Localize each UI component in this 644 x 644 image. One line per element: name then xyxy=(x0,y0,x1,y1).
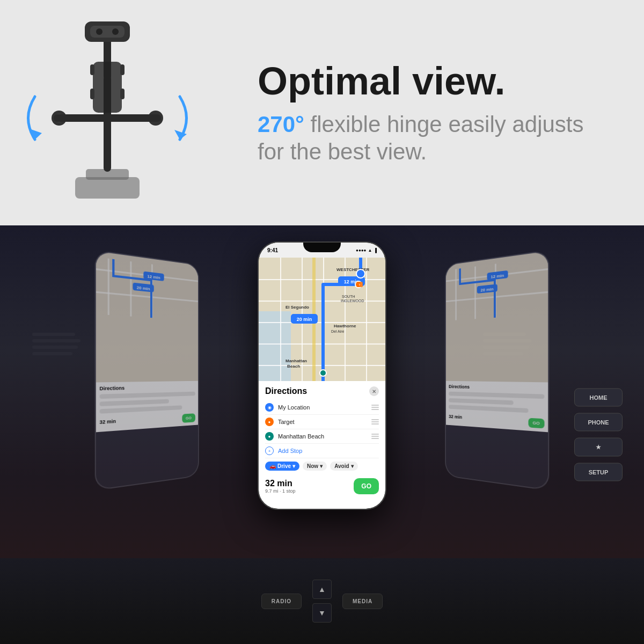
ghost-map-right-svg: 12 min 20 min xyxy=(446,251,548,326)
mode-row: 🚗 Drive ▾ Now ▾ Avoid ▾ xyxy=(265,458,379,474)
svg-text:Manhattan: Manhattan xyxy=(286,358,307,363)
go-button[interactable]: GO xyxy=(354,478,379,494)
notch xyxy=(303,243,341,252)
bottom-section: 12 min 20 min Directions 32 min GO xyxy=(0,225,644,644)
avoid-label: Avoid xyxy=(334,463,349,469)
drag-handle-location[interactable] xyxy=(371,405,379,410)
svg-rect-30 xyxy=(455,269,457,320)
text-area: Optimal view. 270° flexible hinge easily… xyxy=(225,39,644,187)
summary-time: 32 min xyxy=(265,479,296,488)
drive-mode-pill[interactable]: 🚗 Drive ▾ xyxy=(265,462,299,471)
ghost-map-svg: 12 min 20 min xyxy=(96,251,198,326)
location-label: My Location xyxy=(278,404,367,411)
now-label: Now xyxy=(307,463,318,469)
svg-rect-46 xyxy=(280,258,281,381)
map-area: 12 min 20 min WESTCHESTER SOUTH INGLEWOO… xyxy=(259,258,385,381)
drive-label: Drive xyxy=(277,463,291,469)
drag-handle-manhattan[interactable] xyxy=(371,434,379,439)
summary-distance: 9.7 mi · 1 stop xyxy=(265,488,296,494)
bottom-controls: RADIO ▲ ▼ MEDIA xyxy=(0,558,644,644)
svg-rect-16 xyxy=(120,89,125,99)
chevron-drive: ▾ xyxy=(292,463,295,469)
product-image-area xyxy=(0,0,225,225)
svg-rect-40 xyxy=(259,311,291,381)
svg-rect-50 xyxy=(366,258,367,381)
svg-point-10 xyxy=(96,28,103,35)
manhattan-label: Manhattan Beach xyxy=(278,433,367,440)
arrow-controls: ▲ ▼ xyxy=(312,580,332,623)
svg-rect-6 xyxy=(54,114,161,122)
direction-item-location[interactable]: ◉ My Location xyxy=(265,400,379,415)
svg-rect-21 xyxy=(130,261,131,317)
home-button[interactable]: HOME xyxy=(574,389,623,407)
svg-point-66 xyxy=(320,370,326,376)
status-bar: 9:41 ●●●● ▲ ▐ xyxy=(259,243,385,258)
ghost-phone-right: 12 min 20 min Directions 32 min GO xyxy=(445,250,549,491)
svg-rect-9 xyxy=(90,26,125,38)
svg-text:INGLEWOOD: INGLEWOOD xyxy=(341,299,364,303)
directions-panel: Directions ✕ ◉ My Location ● Target xyxy=(259,381,385,501)
down-arrow[interactable]: ▼ xyxy=(312,603,332,623)
svg-rect-14 xyxy=(120,64,125,75)
svg-rect-15 xyxy=(90,89,94,99)
summary-info: 32 min 9.7 mi · 1 stop xyxy=(265,479,296,494)
up-arrow[interactable]: ▲ xyxy=(312,580,332,599)
svg-text:El Segundo: El Segundo xyxy=(286,305,309,310)
signal-icon: ●●●● xyxy=(356,248,366,253)
drag-handle-target[interactable] xyxy=(371,419,379,425)
directions-header: Directions ✕ xyxy=(265,386,379,396)
svg-point-64 xyxy=(356,269,365,278)
target-label: Target xyxy=(278,419,367,425)
phone-screen: 9:41 ●●●● ▲ ▐ xyxy=(259,243,385,509)
svg-rect-12 xyxy=(93,62,122,113)
add-stop-icon: + xyxy=(265,447,274,455)
avoid-pill[interactable]: Avoid ▾ xyxy=(330,462,357,471)
svg-rect-13 xyxy=(90,64,94,75)
subheadline-rest: flexible hinge easily adjusts for the be… xyxy=(258,112,584,164)
car-icon: 🚗 xyxy=(269,463,276,469)
directions-title: Directions xyxy=(265,386,307,396)
svg-point-11 xyxy=(112,28,119,35)
svg-text:Del Aire: Del Aire xyxy=(331,330,345,333)
setup-button[interactable]: SETUP xyxy=(574,463,623,481)
headline: Optimal view. xyxy=(258,60,612,103)
svg-text:SOUTH: SOUTH xyxy=(342,295,355,298)
add-stop-label: Add Stop xyxy=(278,448,302,454)
direction-item-add-stop[interactable]: + Add Stop xyxy=(265,444,379,458)
radio-button[interactable]: RADIO xyxy=(261,594,302,609)
svg-text:Beach: Beach xyxy=(287,364,300,369)
ghost-directions-left: Directions 32 min GO xyxy=(96,381,198,433)
manhattan-icon: ● xyxy=(265,432,274,441)
phone-button[interactable]: PHONE xyxy=(574,413,623,431)
svg-rect-20 xyxy=(108,258,109,315)
highlight-text: 270° xyxy=(258,112,304,137)
wifi-icon: ▲ xyxy=(368,248,372,253)
direction-item-target[interactable]: ● Target xyxy=(265,415,379,429)
location-icon: ◉ xyxy=(265,403,274,412)
svg-text:Hawthorne: Hawthorne xyxy=(334,324,356,328)
ghost-directions-right: Directions 32 min GO xyxy=(446,381,548,433)
top-section: Optimal view. 270° flexible hinge easily… xyxy=(0,0,644,225)
chevron-avoid: ▾ xyxy=(351,463,354,469)
mount-svg xyxy=(5,11,209,215)
map-svg: 12 min 20 min WESTCHESTER SOUTH INGLEWOO… xyxy=(259,258,385,381)
close-button[interactable]: ✕ xyxy=(369,386,379,396)
left-vents xyxy=(32,333,86,355)
ghost-phone-left: 12 min 20 min Directions 32 min GO xyxy=(95,250,199,491)
svg-text:T: T xyxy=(358,283,361,287)
svg-rect-49 xyxy=(345,258,346,381)
svg-rect-0 xyxy=(75,177,140,199)
main-phone: 9:41 ●●●● ▲ ▐ xyxy=(258,241,386,510)
svg-rect-31 xyxy=(474,266,476,319)
media-button[interactable]: MEDIA xyxy=(342,594,383,609)
direction-item-manhattan[interactable]: ● Manhattan Beach xyxy=(265,429,379,444)
right-panel: HOME PHONE ★ SETUP xyxy=(574,389,623,481)
status-time: 9:41 xyxy=(267,247,278,253)
status-icons: ●●●● ▲ ▐ xyxy=(356,248,377,253)
ghost-map-right: 12 min 20 min xyxy=(446,251,548,382)
subheadline: 270° flexible hinge easily adjusts for t… xyxy=(258,111,612,165)
ghost-map-left: 12 min 20 min xyxy=(96,251,198,382)
now-pill[interactable]: Now ▾ xyxy=(303,462,327,471)
chevron-now: ▾ xyxy=(320,463,323,469)
favorite-button[interactable]: ★ xyxy=(574,438,623,457)
